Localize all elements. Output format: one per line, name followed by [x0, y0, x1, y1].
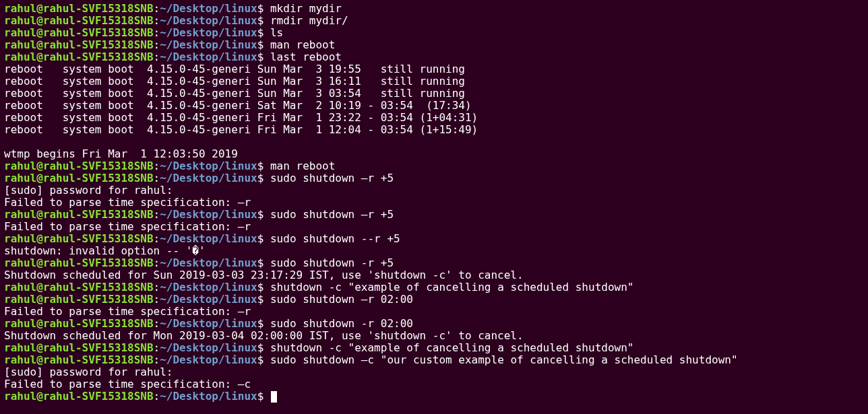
prompt-host: rahul-SVF15318SNB: [43, 281, 154, 294]
terminal-line: rahul@rahul-SVF15318SNB:~/Desktop/linux$…: [4, 318, 864, 330]
prompt-path: ~/Desktop/linux: [160, 293, 257, 306]
prompt-colon: :: [154, 50, 160, 63]
terminal-line: Failed to parse time specification: –c: [4, 378, 864, 390]
prompt-separator: $: [257, 281, 270, 294]
command-text: sudo shutdown --r +5: [270, 232, 400, 245]
output-text: Failed to parse time specification: –r: [4, 196, 251, 209]
output-text: reboot system boot 4.15.0-45-generi Sun …: [4, 63, 465, 75]
prompt-separator: $: [257, 353, 270, 366]
prompt-separator: $: [257, 256, 270, 269]
prompt-path: ~/Desktop/linux: [160, 232, 257, 245]
prompt-separator: $: [257, 26, 270, 39]
output-text: Failed to parse time specification: –c: [4, 378, 251, 390]
prompt-user: rahul: [4, 390, 36, 403]
output-text: reboot system boot 4.15.0-45-generi Fri …: [4, 111, 478, 124]
output-text: shutdown: invalid option -- '�': [4, 244, 206, 257]
prompt-path: ~/Desktop/linux: [160, 317, 257, 330]
prompt-at: @: [36, 14, 43, 27]
prompt-path: ~/Desktop/linux: [160, 256, 257, 269]
terminal-line: rahul@rahul-SVF15318SNB:~/Desktop/linux$…: [4, 39, 864, 51]
prompt-colon: :: [154, 2, 160, 15]
prompt-colon: :: [154, 172, 160, 184]
command-text: sudo shutdown -r +5: [270, 256, 394, 269]
prompt-path: ~/Desktop/linux: [160, 208, 257, 221]
terminal-line: reboot system boot 4.15.0-45-generi Sun …: [4, 88, 864, 100]
prompt-at: @: [36, 317, 43, 330]
prompt-user: rahul: [4, 160, 36, 172]
prompt-separator: $: [257, 232, 270, 245]
prompt-path: ~/Desktop/linux: [160, 14, 257, 27]
prompt-at: @: [36, 172, 43, 184]
prompt-colon: :: [154, 390, 160, 403]
terminal-line: rahul@rahul-SVF15318SNB:~/Desktop/linux$…: [4, 209, 864, 221]
terminal-line: wtmp begins Fri Mar 1 12:03:50 2019: [4, 148, 864, 160]
prompt-path: ~/Desktop/linux: [160, 50, 257, 63]
prompt-host: rahul-SVF15318SNB: [43, 26, 154, 39]
terminal-line: Failed to parse time specification: –r: [4, 306, 864, 318]
output-text: Shutdown scheduled for Mon 2019-03-04 02…: [4, 329, 524, 342]
prompt-colon: :: [154, 232, 160, 245]
terminal-line: rahul@rahul-SVF15318SNB:~/Desktop/linux$: [4, 390, 864, 403]
prompt-separator: $: [257, 172, 270, 184]
prompt-separator: $: [257, 160, 270, 172]
prompt-at: @: [36, 50, 43, 63]
prompt-separator: $: [257, 208, 270, 221]
terminal-line: rahul@rahul-SVF15318SNB:~/Desktop/linux$…: [4, 160, 864, 172]
prompt-host: rahul-SVF15318SNB: [43, 353, 154, 366]
terminal-line: reboot system boot 4.15.0-45-generi Sun …: [4, 63, 864, 75]
prompt-host: rahul-SVF15318SNB: [43, 390, 154, 403]
command-text: sudo shutdown –r 02:00: [270, 293, 413, 306]
terminal-line: reboot system boot 4.15.0-45-generi Sun …: [4, 75, 864, 88]
command-text: man reboot: [270, 160, 335, 172]
prompt-host: rahul-SVF15318SNB: [43, 293, 154, 306]
prompt-host: rahul-SVF15318SNB: [43, 2, 154, 15]
prompt-at: @: [36, 390, 43, 403]
prompt-host: rahul-SVF15318SNB: [43, 317, 154, 330]
prompt-separator: $: [257, 341, 270, 354]
prompt-separator: $: [257, 293, 270, 306]
prompt-path: ~/Desktop/linux: [160, 26, 257, 39]
output-text: Shutdown scheduled for Sun 2019-03-03 23…: [4, 269, 524, 281]
terminal-line: rahul@rahul-SVF15318SNB:~/Desktop/linux$…: [4, 3, 864, 15]
terminal-line: Failed to parse time specification: –r: [4, 221, 864, 233]
prompt-host: rahul-SVF15318SNB: [43, 172, 154, 184]
output-text: Failed to parse time specification: –r: [4, 220, 251, 233]
prompt-colon: :: [154, 256, 160, 269]
output-text: reboot system boot 4.15.0-45-generi Sun …: [4, 75, 465, 88]
prompt-colon: :: [154, 293, 160, 306]
terminal-line: rahul@rahul-SVF15318SNB:~/Desktop/linux$…: [4, 294, 864, 306]
prompt-user: rahul: [4, 172, 36, 184]
terminal-line: rahul@rahul-SVF15318SNB:~/Desktop/linux$…: [4, 233, 864, 245]
output-text: wtmp begins Fri Mar 1 12:03:50 2019: [4, 147, 238, 160]
command-text: sudo shutdown –r +5: [270, 208, 394, 221]
terminal-output[interactable]: rahul@rahul-SVF15318SNB:~/Desktop/linux$…: [4, 3, 864, 403]
prompt-colon: :: [154, 317, 160, 330]
prompt-at: @: [36, 38, 43, 51]
prompt-host: rahul-SVF15318SNB: [43, 50, 154, 63]
terminal-line: shutdown: invalid option -- '�': [4, 245, 864, 257]
terminal-line: reboot system boot 4.15.0-45-generi Sat …: [4, 100, 864, 112]
terminal-line: rahul@rahul-SVF15318SNB:~/Desktop/linux$…: [4, 27, 864, 39]
prompt-user: rahul: [4, 281, 36, 294]
prompt-host: rahul-SVF15318SNB: [43, 341, 154, 354]
terminal-line: reboot system boot 4.15.0-45-generi Fri …: [4, 112, 864, 124]
prompt-at: @: [36, 2, 43, 15]
prompt-colon: :: [154, 26, 160, 39]
prompt-user: rahul: [4, 26, 36, 39]
prompt-colon: :: [154, 353, 160, 366]
prompt-separator: $: [257, 317, 270, 330]
prompt-colon: :: [154, 38, 160, 51]
prompt-path: ~/Desktop/linux: [160, 353, 257, 366]
command-text: shutdown -c "example of cancelling a sch…: [270, 281, 633, 294]
prompt-colon: :: [154, 208, 160, 221]
prompt-separator: $: [257, 38, 270, 51]
prompt-path: ~/Desktop/linux: [160, 2, 257, 15]
prompt-at: @: [36, 208, 43, 221]
prompt-user: rahul: [4, 341, 36, 354]
prompt-path: ~/Desktop/linux: [160, 341, 257, 354]
prompt-at: @: [36, 256, 43, 269]
output-text: reboot system boot 4.15.0-45-generi Sun …: [4, 87, 465, 100]
prompt-path: ~/Desktop/linux: [160, 390, 257, 403]
prompt-user: rahul: [4, 38, 36, 51]
prompt-user: rahul: [4, 293, 36, 306]
